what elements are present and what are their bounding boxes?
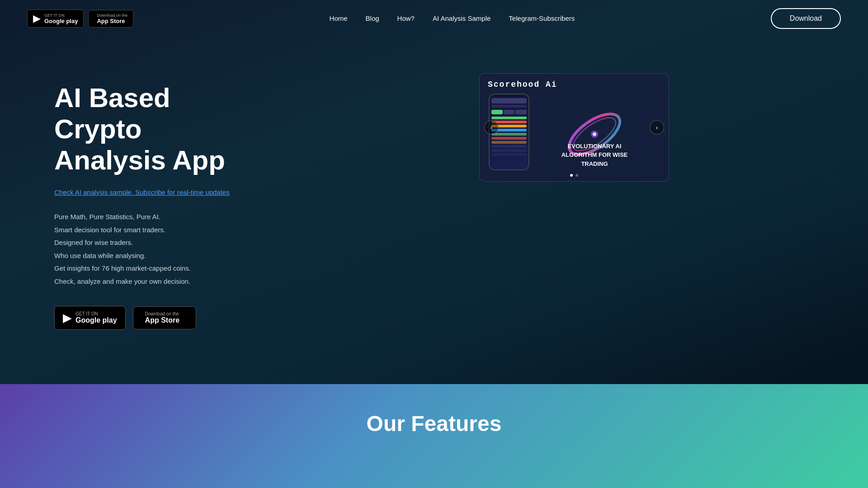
nav-link-ai-analysis[interactable]: AI Analysis Sample — [433, 14, 491, 22]
hero-apple-sub: Download on the — [145, 311, 179, 316]
carousel-dots — [570, 174, 578, 177]
nav-gplay-title: Google play — [44, 18, 78, 24]
phone-btn-green — [491, 110, 503, 114]
carousel-dot-2[interactable] — [576, 174, 578, 177]
phone-data-1 — [491, 117, 527, 119]
bullet-6: Check, analyze and make your own decisio… — [54, 275, 280, 288]
hero-title-line3: Analysis App — [54, 145, 225, 175]
hero-apple-title: App Store — [145, 316, 179, 324]
carousel-graphic: EVOLUTIONARY AI ALGORITHM FOR WISE TRADI… — [529, 100, 660, 168]
download-button[interactable]: Download — [771, 8, 841, 29]
hero-title-line1: AI Based — [54, 83, 170, 113]
phone-btn-gray1 — [504, 110, 515, 114]
google-play-icon-large: ▶ — [63, 311, 72, 325]
chevron-right-icon: › — [656, 124, 658, 131]
google-play-icon: ▶ — [33, 13, 41, 24]
carousel-text-line3: TRADING — [561, 160, 628, 169]
bullet-2: Smart decision tool for smart traders. — [54, 224, 280, 237]
nav-apple-title: App Store — [97, 18, 127, 24]
carousel-text-line2: ALGORITHM FOR WISE — [561, 150, 628, 160]
chevron-left-icon: ‹ — [491, 124, 493, 131]
carousel-content: EVOLUTIONARY AI ALGORITHM FOR WISE TRADI… — [480, 74, 669, 181]
phone-btn-row — [491, 110, 527, 114]
phone-row-1 — [491, 105, 527, 108]
carousel: Scorehood Ai — [479, 73, 669, 182]
carousel-prev-button[interactable]: ‹ — [484, 120, 499, 135]
carousel-next-button[interactable]: › — [650, 120, 664, 135]
nav-link-telegram[interactable]: Telegram-Subscribers — [509, 14, 575, 22]
page-wrapper: ▶ GET IT ON Google play Download on the … — [0, 0, 868, 488]
hero-gplay-title: Google play — [75, 316, 117, 324]
hero-title-line2: Crypto — [54, 114, 142, 144]
nav-item-telegram[interactable]: Telegram-Subscribers — [509, 14, 575, 23]
nav-item-how[interactable]: How? — [397, 14, 415, 23]
nav-logo: ▶ GET IT ON Google play Download on the … — [27, 9, 133, 28]
nav-apple-badge[interactable]: Download on the App Store — [88, 10, 133, 28]
hero-google-play-badge[interactable]: ▶ GET IT ON Google play — [54, 306, 126, 330]
bullet-1: Pure Math, Pure Statistics, Pure AI. — [54, 211, 280, 224]
hero-link[interactable]: Check AI analysis sample. Subscribe for … — [54, 188, 230, 196]
features-title: Our Features — [367, 411, 502, 436]
hero-section: AI Based Crypto Analysis App Check AI an… — [0, 37, 868, 348]
nav-apple-sub: Download on the — [97, 13, 127, 18]
phone-data-8 — [491, 145, 527, 148]
nav-link-home[interactable]: Home — [330, 14, 348, 22]
bullet-5: Get insights for 76 high market-capped c… — [54, 262, 280, 275]
features-section: Our Features — [0, 384, 868, 488]
nav-google-play-badge[interactable]: ▶ GET IT ON Google play — [27, 9, 84, 28]
phone-data-9 — [491, 149, 527, 152]
phone-data-5 — [491, 133, 527, 136]
carousel-overlay-text: EVOLUTIONARY AI ALGORITHM FOR WISE TRADI… — [561, 142, 628, 169]
hero-right: Scorehood Ai — [307, 73, 841, 182]
hero-title: AI Based Crypto Analysis App — [54, 82, 280, 176]
phone-btn-gray2 — [515, 110, 527, 114]
carousel-title: Scorehood Ai — [488, 80, 557, 89]
nav-link-how[interactable]: How? — [397, 14, 415, 22]
hero-bullets: Pure Math, Pure Statistics, Pure AI. Sma… — [54, 211, 280, 288]
carousel-dot-1[interactable] — [570, 174, 573, 177]
nav-item-home[interactable]: Home — [330, 14, 348, 23]
nav-links: Home Blog How? AI Analysis Sample Telegr… — [330, 14, 575, 23]
phone-data-6 — [491, 137, 527, 140]
navbar: ▶ GET IT ON Google play Download on the … — [0, 0, 868, 37]
hero-gplay-sub: GET IT ON — [75, 311, 117, 316]
hero-apple-badge[interactable]: Download on the App Store — [133, 306, 196, 329]
phone-row-header — [491, 98, 527, 103]
svg-point-3 — [593, 132, 596, 136]
carousel-text-line1: EVOLUTIONARY AI — [561, 142, 628, 151]
hero-left: AI Based Crypto Analysis App Check AI an… — [54, 73, 280, 330]
phone-data-10 — [491, 153, 527, 156]
nav-link-blog[interactable]: Blog — [366, 14, 379, 22]
nav-gplay-sub: GET IT ON — [44, 13, 78, 18]
bullet-3: Designed for wise traders. — [54, 236, 280, 249]
hero-store-badges: ▶ GET IT ON Google play Download on the … — [54, 306, 280, 330]
nav-item-ai-analysis[interactable]: AI Analysis Sample — [433, 14, 491, 23]
bullet-4: Who use data while analysing. — [54, 249, 280, 263]
nav-item-blog[interactable]: Blog — [366, 14, 379, 23]
phone-data-7 — [491, 141, 527, 144]
